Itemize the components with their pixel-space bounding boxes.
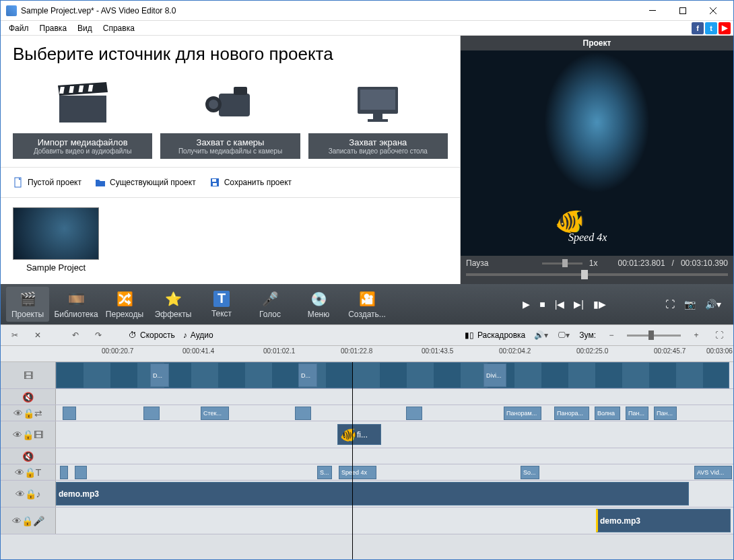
video-audio-track: 🔇	[1, 389, 733, 405]
overlay-track: 👁🔒🎞 🐠fi...	[1, 421, 733, 448]
transition-clip[interactable]	[63, 407, 76, 420]
source-heading: Выберите источник для нового проекта	[1, 36, 460, 71]
video-audio-head[interactable]: 🔇	[1, 389, 56, 405]
storyboard-toggle[interactable]: ▮▯Раскадровка	[465, 330, 525, 340]
transition-clip[interactable]: Пан...	[654, 407, 677, 420]
audio-clip[interactable]: demo.mp3	[56, 482, 689, 505]
transition-clip[interactable]: Панора...	[554, 407, 589, 420]
menu-edit[interactable]: Правка	[34, 22, 73, 34]
overlay-head[interactable]: 👁🔒🎞	[1, 421, 56, 448]
produce-button[interactable]: 🎦Создать...	[345, 287, 389, 322]
titlebar: Sample Project.vep* - AVS Video Editor 8…	[1, 1, 733, 21]
transitions-tab[interactable]: 🔀Переходы	[103, 287, 146, 322]
transition-clip[interactable]	[406, 407, 422, 420]
playhead[interactable]	[352, 362, 353, 559]
play-slow-button[interactable]: ▮▶	[593, 299, 606, 310]
text-head[interactable]: 👁🔒T	[1, 464, 56, 480]
redo-button[interactable]: ↷	[91, 328, 106, 343]
capture-screen-card[interactable]: Захват экранаЗаписать видео рабочего сто…	[308, 71, 448, 159]
filmstrip-icon: 🎞️	[67, 290, 85, 308]
menu-file[interactable]: Файл	[3, 22, 34, 34]
existing-project-button[interactable]: Существующий проект	[95, 177, 196, 188]
svg-rect-13	[234, 87, 247, 95]
source-panel: Выберите источник для нового проекта Имп…	[1, 36, 461, 284]
preview-video[interactable]: 🐠 Speed 4x	[461, 50, 733, 256]
svg-rect-4	[59, 96, 106, 123]
stop-button[interactable]: ■	[539, 299, 545, 310]
zoom-slider[interactable]	[627, 335, 681, 337]
time-ruler[interactable]: 00:00:20.7 00:00:41.4 00:01:02.1 00:01:2…	[1, 346, 733, 362]
fish-icon: 🐠	[340, 427, 357, 443]
transitions-head[interactable]: 👁🔒⇄	[1, 405, 56, 421]
empty-project-button[interactable]: Пустой проект	[13, 177, 81, 188]
text-clip[interactable]: S...	[317, 466, 332, 479]
voice-tab[interactable]: 🎤Голос	[248, 287, 292, 322]
voice-head[interactable]: 👁🔒🎤	[1, 508, 56, 534]
speed-slider[interactable]	[542, 262, 582, 265]
youtube-icon[interactable]: ▶	[719, 22, 731, 34]
volume-button[interactable]: 🔊▾	[705, 299, 721, 310]
close-button[interactable]	[698, 1, 728, 20]
import-media-card[interactable]: Импорт медиафайловДобавить видео и аудио…	[13, 71, 152, 159]
fit-button[interactable]: ⛶	[712, 328, 727, 343]
fullscreen-button[interactable]: ⛶	[665, 299, 675, 310]
transition-clip[interactable]: Пан...	[626, 407, 648, 420]
next-frame-button[interactable]: ▶|	[574, 299, 584, 310]
minimize-button[interactable]	[637, 1, 667, 20]
split-button[interactable]: ✂	[7, 328, 22, 343]
delete-button[interactable]: ✕	[30, 328, 45, 343]
text-clip[interactable]	[60, 466, 68, 479]
transition-clip[interactable]	[295, 407, 311, 420]
thumbnail-image	[13, 207, 99, 260]
produce-icon: 🎦	[358, 290, 376, 308]
menu-tab[interactable]: 💿Меню	[297, 287, 340, 322]
clip-label[interactable]: D...	[150, 363, 169, 387]
video-track-head[interactable]: 🎞	[1, 362, 56, 388]
text-clip[interactable]	[75, 466, 87, 479]
transition-clip[interactable]	[143, 407, 160, 420]
voice-clip[interactable]: demo.mp3	[596, 509, 731, 532]
transition-clip[interactable]: Волна	[595, 407, 620, 420]
text-tab[interactable]: TТекст	[200, 287, 243, 322]
save-project-button[interactable]: Сохранить проект	[209, 177, 292, 188]
prev-frame-button[interactable]: |◀	[555, 299, 565, 310]
clapper-icon: 🎬	[19, 290, 36, 308]
speed-button[interactable]: ⏱Скорость	[129, 330, 175, 340]
clip-label[interactable]: Divi...	[483, 363, 506, 387]
capture-camera-card[interactable]: Захват с камерыПолучить медиафайлы с кам…	[160, 71, 300, 159]
projects-tab[interactable]: 🎬Проекты	[6, 287, 49, 322]
volume-mix-button[interactable]: 🔊▾	[533, 328, 548, 343]
snapshot-button[interactable]: 📷	[684, 299, 696, 310]
svg-rect-1	[679, 7, 686, 13]
video-track-body[interactable]: D... D... Divi...	[56, 362, 733, 388]
text-clip[interactable]: AVS Vid...	[694, 466, 732, 479]
transition-clip[interactable]: Стек...	[201, 407, 229, 420]
menu-view[interactable]: Вид	[72, 22, 98, 34]
twitter-icon[interactable]: t	[705, 22, 717, 34]
transition-clip[interactable]: Панорам...	[504, 407, 541, 420]
audio-track: 👁🔒♪ demo.mp3	[1, 481, 733, 508]
zoom-out-button[interactable]: −	[604, 328, 619, 343]
text-icon: T	[213, 291, 230, 307]
microphone-icon: 🎤	[261, 290, 279, 308]
facebook-icon[interactable]: f	[692, 22, 704, 34]
audio-head[interactable]: 👁🔒♪	[1, 481, 56, 507]
clip-label[interactable]: D...	[298, 363, 317, 387]
overlay-clip[interactable]: 🐠fi...	[337, 424, 381, 445]
audio-button[interactable]: ♪Аудио	[183, 330, 213, 340]
zoom-in-button[interactable]: +	[689, 328, 704, 343]
camcorder-icon	[160, 71, 300, 133]
effects-tab[interactable]: ⭐Эффекты	[152, 287, 195, 322]
star-icon: ⭐	[164, 290, 182, 308]
speed-value: 1x	[589, 258, 598, 268]
project-thumbnail[interactable]: Sample Project	[13, 207, 99, 273]
maximize-button[interactable]	[667, 1, 698, 20]
play-button[interactable]: ▶	[523, 299, 530, 310]
menu-help[interactable]: Справка	[98, 22, 140, 34]
seek-slider[interactable]	[466, 273, 728, 276]
text-clip[interactable]: So...	[521, 466, 539, 479]
library-tab[interactable]: 🎞️Библиотека	[55, 287, 98, 322]
text-clip[interactable]: Speed 4x	[339, 466, 376, 479]
undo-button[interactable]: ↶	[68, 328, 83, 343]
aspect-button[interactable]: 🖵▾	[556, 328, 571, 343]
